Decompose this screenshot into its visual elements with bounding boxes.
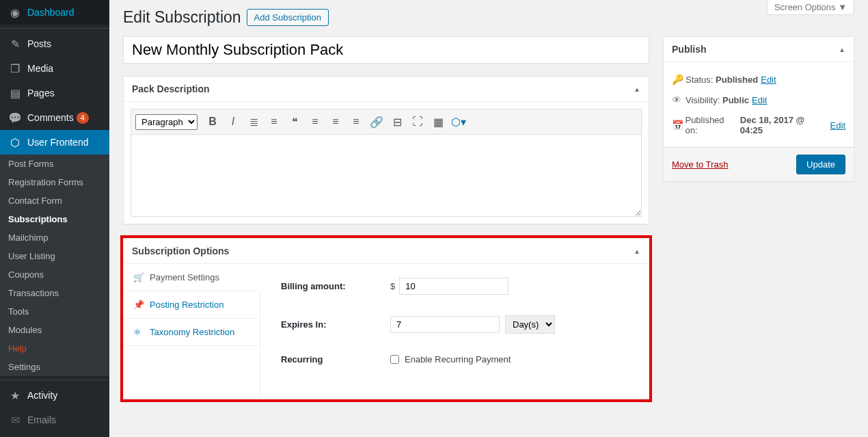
eye-icon: 👁: [672, 94, 686, 105]
billing-amount-label: Billing amount:: [281, 281, 390, 291]
sub-user-listing[interactable]: User Listing: [0, 247, 109, 265]
pack-description-title: Pack Description: [132, 83, 210, 94]
blockquote-icon[interactable]: ❝: [285, 112, 304, 131]
toolbar-toggle-icon[interactable]: ▦: [429, 112, 448, 131]
format-select[interactable]: Paragraph: [135, 114, 198, 130]
wpuf-icon[interactable]: ⬡▾: [449, 112, 468, 131]
comment-icon: 💬: [8, 111, 22, 124]
align-left-icon[interactable]: ≡: [306, 112, 325, 131]
sidebar-item-dashboard[interactable]: ◉ Dashboard: [0, 0, 109, 25]
chevron-up-icon: ▲: [634, 85, 640, 93]
status-label: Status:: [686, 75, 713, 85]
publish-header[interactable]: Publish ▲: [664, 37, 854, 62]
sub-contact-form[interactable]: Contact Form: [0, 191, 109, 210]
expires-unit-select[interactable]: Day(s): [505, 315, 555, 334]
subscription-options-header[interactable]: Subscription Options ▲: [124, 239, 649, 264]
align-right-icon[interactable]: ≡: [347, 112, 366, 131]
edit-status-link[interactable]: Edit: [761, 75, 776, 85]
taxonomy-icon: ⚛: [133, 327, 144, 337]
publish-title: Publish: [672, 44, 707, 55]
align-center-icon[interactable]: ≡: [326, 112, 345, 131]
pack-description-header[interactable]: Pack Description ▲: [124, 77, 649, 102]
sidebar-item-pages[interactable]: ▤ Pages: [0, 81, 109, 105]
sub-help[interactable]: Help: [0, 339, 109, 358]
subscription-title-input[interactable]: [123, 36, 649, 64]
description-editor[interactable]: [131, 135, 642, 217]
italic-icon[interactable]: I: [223, 112, 243, 131]
sidebar-item-label: Posts: [27, 38, 51, 49]
sub-modules[interactable]: Modules: [0, 321, 109, 339]
tab-payment-settings[interactable]: 🛒 Payment Settings: [124, 264, 260, 291]
sidebar-item-label: Media: [27, 63, 53, 74]
visibility-label: Visibility:: [686, 95, 720, 105]
payment-settings-panel: Billing amount: $ Expires In: Day(s) Rec…: [260, 264, 649, 399]
pin-icon: 📌: [133, 300, 144, 310]
sub-registration-forms[interactable]: Registration Forms: [0, 173, 109, 191]
sub-subscriptions[interactable]: Subscriptions: [0, 210, 109, 228]
edit-date-link[interactable]: Edit: [830, 120, 845, 131]
sidebar-item-activity[interactable]: ★ Activity: [0, 383, 109, 408]
sidebar-item-label: Emails: [27, 414, 56, 425]
published-label: Published on:: [685, 115, 737, 135]
sub-tools[interactable]: Tools: [0, 302, 109, 321]
pages-icon: ▤: [8, 86, 22, 100]
media-icon: ❐: [8, 62, 22, 75]
sidebar-item-emails[interactable]: ✉ Emails: [0, 408, 109, 432]
pack-description-box: Pack Description ▲ Paragraph B I ≣ ≡ ❝ ≡…: [123, 76, 649, 224]
sidebar-item-posts[interactable]: ✎ Posts: [0, 31, 109, 56]
billing-amount-input[interactable]: [399, 278, 508, 295]
email-icon: ✉: [8, 413, 22, 427]
dashboard-icon: ◉: [8, 5, 22, 19]
sub-settings[interactable]: Settings: [0, 358, 109, 376]
sidebar-submenu: Post Forms Registration Forms Contact Fo…: [0, 155, 109, 376]
bold-icon[interactable]: B: [203, 112, 222, 131]
expires-label: Expires In:: [281, 319, 390, 330]
expires-value-input[interactable]: [390, 316, 500, 333]
screen-options-button[interactable]: Screen Options ▼: [767, 0, 854, 15]
editor-toolbar: Paragraph B I ≣ ≡ ❝ ≡ ≡ ≡ 🔗 ⊟ ⛶ ▦ ⬡▾: [131, 109, 642, 135]
update-button[interactable]: Update: [796, 155, 845, 174]
bullet-list-icon[interactable]: ≣: [244, 112, 263, 131]
admin-sidebar: ◉ Dashboard ✎ Posts ❐ Media ▤ Pages 💬 Co…: [0, 0, 109, 437]
add-subscription-button[interactable]: Add Subscription: [247, 9, 329, 26]
subscription-options-title: Subscription Options: [132, 246, 229, 256]
calendar-icon: 📅: [672, 120, 685, 131]
sub-mailchimp[interactable]: Mailchimp: [0, 228, 109, 247]
sidebar-item-user-frontend[interactable]: ⬡ User Frontend: [0, 130, 109, 155]
fullscreen-icon[interactable]: ⛶: [408, 112, 427, 131]
sidebar-item-label: Dashboard: [27, 7, 74, 18]
main-content: Screen Options ▼ Edit Subscription Add S…: [109, 0, 868, 437]
currency-symbol: $: [390, 281, 395, 291]
number-list-icon[interactable]: ≡: [265, 112, 284, 131]
chevron-down-icon: ▼: [838, 2, 847, 12]
sidebar-item-comments[interactable]: 💬 Comments 4: [0, 105, 109, 130]
move-to-trash-link[interactable]: Move to Trash: [672, 159, 728, 170]
cart-icon: 🛒: [133, 272, 144, 282]
status-value: Published: [716, 75, 758, 85]
subscription-tabs: 🛒 Payment Settings 📌 Posting Restriction…: [124, 264, 260, 399]
published-value: Dec 18, 2017 @ 04:25: [740, 115, 828, 135]
activity-icon: ★: [8, 388, 22, 402]
comments-count-badge: 4: [77, 112, 89, 124]
publish-box: Publish ▲ 🔑 Status: Published Edit 👁 Vis: [663, 36, 854, 182]
key-icon: 🔑: [672, 74, 686, 85]
visibility-value: Public: [722, 95, 749, 105]
user-frontend-icon: ⬡: [8, 135, 22, 149]
tab-taxonomy-restriction[interactable]: ⚛ Taxonomy Restriction: [124, 319, 260, 346]
sidebar-item-label: Comments: [27, 112, 74, 123]
edit-visibility-link[interactable]: Edit: [752, 95, 767, 105]
recurring-checkbox[interactable]: [390, 355, 399, 364]
link-icon[interactable]: 🔗: [367, 112, 386, 131]
readmore-icon[interactable]: ⊟: [388, 112, 407, 131]
sidebar-item-label: Pages: [27, 88, 55, 98]
pin-icon: ✎: [8, 37, 22, 51]
subscription-options-box: Subscription Options ▲ 🛒 Payment Setting…: [123, 238, 649, 399]
sub-coupons[interactable]: Coupons: [0, 265, 109, 284]
sidebar-item-media[interactable]: ❐ Media: [0, 56, 109, 81]
tab-posting-restriction[interactable]: 📌 Posting Restriction: [124, 291, 260, 319]
recurring-checkbox-label: Enable Recurring Payment: [405, 354, 511, 365]
sidebar-item-label: User Frontend: [27, 137, 88, 148]
sub-post-forms[interactable]: Post Forms: [0, 155, 109, 173]
sub-transactions[interactable]: Transactions: [0, 284, 109, 302]
page-title: Edit Subscription: [123, 8, 241, 27]
